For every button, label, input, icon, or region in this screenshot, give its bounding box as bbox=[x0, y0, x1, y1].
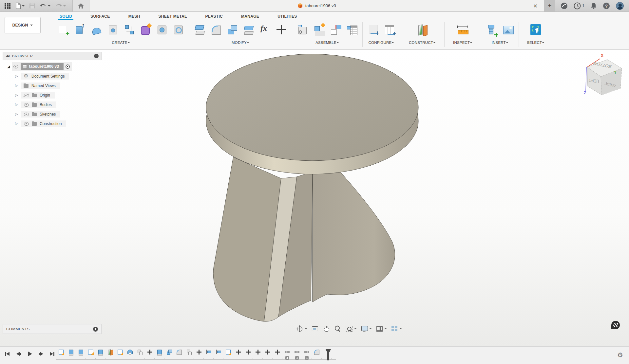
ribbon-tool-icon[interactable] bbox=[416, 23, 429, 36]
expand-arrow-icon[interactable]: ▷ bbox=[15, 112, 18, 116]
timeline-feature-icon[interactable] bbox=[265, 349, 271, 355]
save-button[interactable] bbox=[29, 3, 35, 9]
expand-arrow-icon[interactable]: ▷ bbox=[15, 83, 18, 88]
timeline-feature-icon[interactable] bbox=[206, 349, 212, 355]
ribbon-tab[interactable]: PLASTIC bbox=[204, 14, 224, 20]
ribbon-tab[interactable]: MANAGE bbox=[240, 14, 260, 20]
display-caret-icon[interactable] bbox=[369, 328, 372, 331]
stool-seat-top[interactable] bbox=[206, 54, 418, 161]
expand-arrow-icon[interactable]: ▷ bbox=[15, 93, 18, 97]
expand-arrow-icon[interactable]: ▷ bbox=[15, 121, 18, 126]
browser-root-item[interactable]: ◢ tabouret1906 v3 bbox=[7, 62, 102, 71]
timeline-feature-icon[interactable] bbox=[137, 349, 143, 355]
extensions-icon[interactable] bbox=[561, 2, 568, 9]
ribbon-tool-icon[interactable] bbox=[123, 23, 136, 36]
browser-minimize-icon[interactable] bbox=[94, 54, 99, 58]
ribbon-tool-icon[interactable] bbox=[485, 23, 498, 36]
ribbon-tab[interactable]: UTILITIES bbox=[276, 14, 298, 20]
timeline-feature-icon[interactable] bbox=[88, 349, 94, 355]
help-icon[interactable]: ? bbox=[603, 2, 610, 9]
visibility-eye-icon[interactable] bbox=[24, 93, 29, 97]
root-visibility-eye-icon[interactable] bbox=[13, 64, 19, 68]
collapse-panel-icon[interactable]: ◀◀ bbox=[6, 54, 9, 58]
timeline-end-marker[interactable] bbox=[326, 349, 331, 360]
grid-settings-button[interactable] bbox=[375, 324, 388, 333]
zoom-button[interactable] bbox=[333, 324, 342, 333]
visibility-eye-icon[interactable] bbox=[24, 103, 29, 107]
ribbon-tool-icon[interactable] bbox=[502, 23, 515, 36]
expand-arrow-icon[interactable]: ▷ bbox=[15, 74, 18, 78]
expand-arrow-icon[interactable]: ▷ bbox=[15, 102, 18, 107]
viewports-caret-icon[interactable] bbox=[399, 328, 402, 331]
document-tab[interactable]: tabouret1906 v3 ✕ bbox=[89, 0, 544, 11]
add-comment-icon[interactable] bbox=[93, 327, 98, 332]
timeline-feature-icon[interactable] bbox=[58, 349, 64, 355]
display-settings-button[interactable] bbox=[360, 324, 372, 333]
timeline-feature-icon[interactable] bbox=[157, 349, 162, 355]
timeline-feature-icon[interactable] bbox=[186, 349, 192, 355]
orbit-button[interactable] bbox=[295, 324, 308, 333]
ribbon-tool-icon[interactable] bbox=[313, 23, 326, 36]
zoom-window-button[interactable] bbox=[345, 324, 357, 333]
stool-leg-right-face[interactable] bbox=[313, 163, 395, 302]
ribbon-tab[interactable]: SOLID bbox=[58, 14, 73, 20]
new-tab-button[interactable]: + bbox=[544, 0, 555, 11]
root-expand-icon[interactable]: ◢ bbox=[7, 64, 10, 69]
timeline-feature-icon[interactable] bbox=[245, 349, 251, 355]
timeline-feature-icon[interactable] bbox=[255, 349, 261, 355]
timeline-feature-icon[interactable] bbox=[284, 349, 290, 355]
user-avatar[interactable] bbox=[616, 2, 624, 10]
timeline-feature-icon[interactable] bbox=[304, 349, 310, 355]
ribbon-group-label-inspect[interactable]: INSPECT bbox=[453, 41, 472, 45]
timeline-group-plus-icon[interactable] bbox=[305, 356, 309, 360]
ribbon-tool-icon[interactable] bbox=[258, 23, 272, 36]
pan-button[interactable] bbox=[322, 324, 331, 333]
ribbon-tool-icon[interactable] bbox=[329, 23, 342, 36]
ribbon-tool-icon[interactable] bbox=[226, 23, 239, 36]
go-to-end-button[interactable] bbox=[49, 351, 55, 357]
ribbon-group-label-configure[interactable]: CONFIGURE bbox=[369, 41, 394, 45]
activate-component-radio[interactable] bbox=[66, 64, 70, 69]
ribbon-tool-icon[interactable] bbox=[106, 23, 119, 36]
view-cube[interactable]: BOTTOM LEFT BACK X Y Z bbox=[573, 50, 626, 96]
timeline-feature-icon[interactable] bbox=[294, 349, 300, 355]
browser-item[interactable]: ▷ Document Settings bbox=[15, 72, 102, 80]
browser-item[interactable]: ▷ Sketches bbox=[15, 110, 102, 118]
ribbon-group-label-select[interactable]: SELECT bbox=[527, 41, 544, 45]
ribbon-tool-icon[interactable] bbox=[73, 23, 86, 36]
comments-bar[interactable]: COMMENTS bbox=[3, 324, 102, 334]
workspace-switcher-design[interactable]: DESIGN bbox=[5, 17, 41, 33]
ribbon-group-label-assemble[interactable]: ASSEMBLE bbox=[315, 41, 339, 45]
timeline-feature-icon[interactable] bbox=[176, 349, 182, 355]
viewports-button[interactable] bbox=[390, 324, 403, 333]
ribbon-group-label-create[interactable]: CREATE bbox=[112, 41, 130, 45]
play-button[interactable] bbox=[27, 351, 33, 357]
browser-item[interactable]: ▷ Construction bbox=[15, 119, 102, 128]
timeline-settings-gear-icon[interactable]: ⚙ bbox=[617, 351, 623, 358]
visibility-eye-icon[interactable] bbox=[24, 122, 29, 126]
ribbon-tool-icon[interactable] bbox=[367, 23, 380, 36]
timeline-feature-icon[interactable] bbox=[107, 349, 113, 355]
browser-item[interactable]: ▷ Origin bbox=[15, 91, 102, 99]
timeline-group-plus-icon[interactable] bbox=[285, 356, 289, 360]
app-grid-icon[interactable] bbox=[5, 3, 10, 9]
job-status-button[interactable]: 1 bbox=[574, 2, 584, 9]
ribbon-tool-icon[interactable] bbox=[296, 23, 309, 36]
notifications-bell-icon[interactable] bbox=[590, 2, 597, 9]
browser-item[interactable]: ▷ Named Views bbox=[15, 82, 102, 90]
ribbon-tab[interactable]: SHEET METAL bbox=[157, 14, 188, 20]
timeline-feature-icon[interactable] bbox=[68, 349, 74, 355]
ribbon-group-label-modify[interactable]: MODIFY bbox=[232, 41, 249, 45]
ribbon-tool-icon[interactable] bbox=[193, 23, 206, 36]
grid-caret-icon[interactable] bbox=[384, 328, 387, 331]
step-forward-button[interactable] bbox=[38, 351, 44, 357]
ribbon-tab[interactable]: SURFACE bbox=[89, 14, 111, 20]
step-back-button[interactable] bbox=[16, 351, 22, 357]
ribbon-tool-icon[interactable] bbox=[242, 23, 255, 36]
ribbon-tool-icon[interactable] bbox=[172, 23, 185, 36]
ribbon-group-label-construct[interactable]: CONSTRUCT bbox=[409, 41, 436, 45]
redo-button[interactable] bbox=[55, 3, 66, 9]
timeline-feature-icon[interactable] bbox=[98, 349, 104, 355]
timeline-feature-icon[interactable] bbox=[166, 349, 172, 355]
ribbon-tab[interactable]: MESH bbox=[127, 14, 142, 20]
